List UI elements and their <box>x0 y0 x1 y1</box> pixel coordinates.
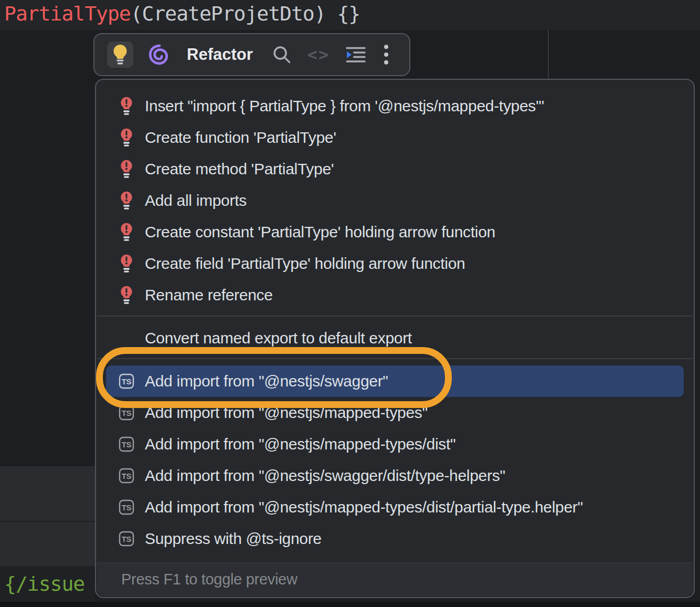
menu-item-label: Create method 'PartialType' <box>145 160 334 178</box>
error-bulb-icon <box>119 98 134 114</box>
editor-panel-band <box>0 466 95 566</box>
intention-menu: Insert "import { PartialType } from '@ne… <box>95 79 695 598</box>
preview-indent-icon <box>345 46 366 64</box>
window-bottom-strip <box>0 602 700 607</box>
code-line: PartialType(CreateProjetDto) {} <box>4 2 360 25</box>
menu-item[interactable]: Add import from "@nestjs/swagger/dist/ty… <box>106 460 684 491</box>
menu-separator <box>97 358 693 359</box>
menu-item-selected[interactable]: Add import from "@nestjs/swagger" <box>106 365 684 397</box>
code-token-partialtype: PartialType <box>4 2 131 25</box>
menu-item-label: Add import from "@nestjs/swagger/dist/ty… <box>145 467 505 485</box>
lightbulb-button[interactable] <box>107 41 133 68</box>
menu-item[interactable]: Add import from "@nestjs/mapped-types/di… <box>106 491 684 523</box>
footer-hint-text: Press F1 to toggle preview <box>121 571 298 588</box>
menu-separator <box>97 316 693 317</box>
typescript-icon <box>119 373 134 390</box>
menu-item-label: Add import from "@nestjs/swagger" <box>145 372 388 390</box>
menu-item-label: Add import from "@nestjs/mapped-types" <box>145 404 428 422</box>
menu-item-label: Create function 'PartialType' <box>145 129 336 146</box>
typescript-icon <box>119 436 134 453</box>
ai-assistant-button[interactable] <box>147 43 171 67</box>
menu-item-label: Add all imports <box>145 192 247 210</box>
error-bulb-icon <box>119 255 134 272</box>
error-bulb-icon <box>119 129 134 146</box>
code-actions-button[interactable]: <> <box>307 45 330 65</box>
error-bulb-icon <box>119 192 134 209</box>
error-bulb-icon <box>119 287 134 304</box>
menu-item-label: Convert named export to default export <box>145 329 412 347</box>
code-token-rest: (CreateProjetDto) {} <box>131 2 360 25</box>
typescript-icon <box>119 467 134 484</box>
menu-item[interactable]: Create function 'PartialType' <box>106 122 684 153</box>
menu-footer: Press F1 to toggle preview <box>97 562 693 596</box>
more-options-button[interactable] <box>383 44 389 65</box>
preview-button[interactable] <box>345 46 366 64</box>
menu-item-label: Create field 'PartialType' holding arrow… <box>145 255 465 273</box>
error-bulb-icon <box>119 224 134 240</box>
search-icon <box>272 45 292 65</box>
refactor-button[interactable]: Refactor <box>187 45 253 64</box>
menu-item[interactable]: Suppress with @ts-ignore <box>106 523 684 554</box>
lightbulb-icon <box>111 44 129 66</box>
menu-item-label: Insert "import { PartialType } from '@ne… <box>145 97 544 115</box>
intention-toolbar: Refactor <> <box>93 33 410 76</box>
menu-item[interactable]: Add import from "@nestjs/mapped-types" <box>106 397 684 428</box>
menu-item-label: Suppress with @ts-ignore <box>145 530 322 548</box>
menu-item[interactable]: Convert named export to default export <box>106 322 684 354</box>
menu-item-label: Rename reference <box>145 286 273 304</box>
empty-icon-spacer <box>119 330 134 347</box>
menu-item[interactable]: Add import from "@nestjs/mapped-types/di… <box>106 428 684 460</box>
error-bulb-icon <box>119 161 134 177</box>
menu-item-label: Create constant 'PartialType' holding ar… <box>145 223 495 241</box>
menu-item[interactable]: Add all imports <box>106 185 684 216</box>
typescript-icon <box>119 404 134 421</box>
code-fragment-issue: {/issue <box>4 572 84 595</box>
editor-vertical-divider <box>548 30 549 79</box>
menu-item[interactable]: Insert "import { PartialType } from '@ne… <box>106 90 684 122</box>
ide-screen: PartialType(CreateProjetDto) {} {/issue … <box>0 0 700 607</box>
kebab-menu-icon <box>383 44 389 65</box>
menu-item[interactable]: Create field 'PartialType' holding arrow… <box>106 248 684 279</box>
typescript-icon <box>119 530 134 547</box>
search-button[interactable] <box>272 45 292 65</box>
menu-item[interactable]: Create constant 'PartialType' holding ar… <box>106 216 684 248</box>
menu-item-label: Add import from "@nestjs/mapped-types/di… <box>145 498 583 516</box>
menu-item[interactable]: Rename reference <box>106 279 684 311</box>
ai-spiral-icon <box>147 43 171 67</box>
editor-panel-divider <box>0 521 95 522</box>
menu-item[interactable]: Create method 'PartialType' <box>106 153 684 185</box>
menu-item-label: Add import from "@nestjs/mapped-types/di… <box>145 435 455 453</box>
typescript-icon <box>119 499 134 516</box>
